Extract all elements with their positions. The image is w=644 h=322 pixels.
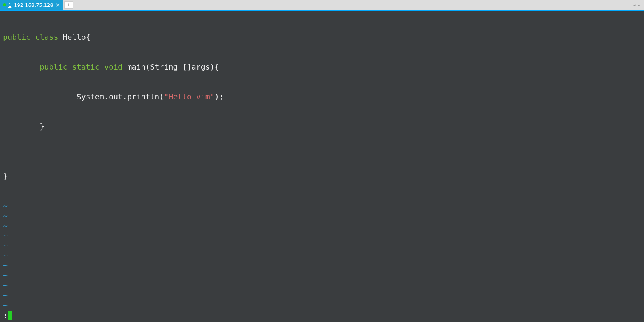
terminal-viewport[interactable]: public class Hello{ public static void m… bbox=[0, 11, 644, 311]
close-icon[interactable]: × bbox=[56, 2, 60, 8]
empty-lines: ~~~ ~~~ ~~~ ~~~ ~~~ ~~~ ~~~ bbox=[3, 201, 641, 309]
connection-status-icon bbox=[3, 3, 6, 6]
editor-content: public class Hello{ public static void m… bbox=[3, 12, 641, 201]
code-line: public class Hello{ bbox=[3, 32, 641, 42]
tab-nav: ◂ ▸ bbox=[633, 0, 644, 10]
new-tab-button[interactable]: + bbox=[64, 1, 73, 9]
cursor-icon bbox=[8, 311, 12, 320]
code-line: System.out.println("Hello vim"); bbox=[3, 92, 641, 102]
code-line: } bbox=[3, 171, 641, 181]
terminal-window: 1 192.168.75.128 × + ◂ ▸ public class He… bbox=[0, 0, 644, 322]
tab-index: 1 bbox=[8, 2, 11, 8]
tab-active[interactable]: 1 192.168.75.128 × bbox=[0, 0, 63, 10]
command-line[interactable]: : bbox=[0, 311, 644, 322]
tab-prev-icon[interactable]: ◂ bbox=[633, 3, 636, 8]
code-line: public static void main(String []args){ bbox=[3, 62, 641, 72]
tab-next-icon[interactable]: ▸ bbox=[638, 3, 640, 8]
tab-bar: 1 192.168.75.128 × + ◂ ▸ bbox=[0, 0, 644, 11]
command-prompt: : bbox=[3, 311, 8, 320]
tab-title: 192.168.75.128 bbox=[14, 2, 53, 8]
code-line: } bbox=[3, 121, 641, 131]
